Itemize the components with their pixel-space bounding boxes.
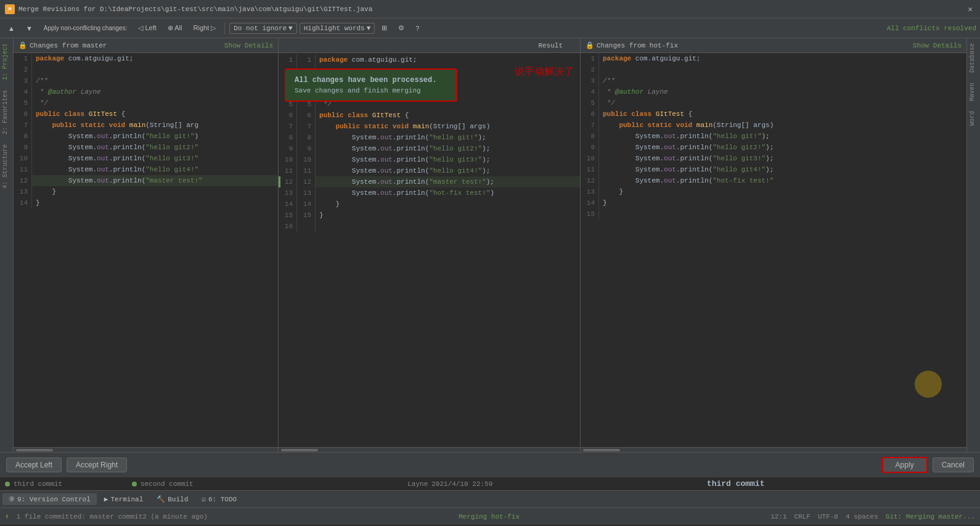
left-button[interactable]: ◁ Left <box>134 22 160 34</box>
commit-author-1: Layne <box>407 480 428 488</box>
right-line-15: 15 <box>581 208 966 220</box>
accept-left-button[interactable]: Accept Left <box>6 458 62 472</box>
title-text: Merge Revisions for D:\IdeaProjects\git-… <box>18 6 965 13</box>
right-panel-header: 🔒 Changes from hot-fix Show Details <box>581 38 966 53</box>
panels-wrapper: 🔒 Changes from master Show Details 1pack… <box>14 38 966 452</box>
center-line-13: 1313 System.out.println("hot-fix test!") <box>279 187 580 199</box>
ignore-dropdown[interactable]: Do not ignore ▼ <box>229 23 296 34</box>
bottom-bar: Accept Left Accept Right Apply Cancel <box>0 452 980 477</box>
version-control-tab[interactable]: ⑨ 9: Version Control <box>2 493 97 505</box>
right-button[interactable]: Right ▷ <box>189 22 221 34</box>
right-line-8: 8 System.out.println("hello git!"); <box>581 131 966 142</box>
word-tab[interactable]: Word <box>967 106 980 131</box>
commit-date-1: 2021/4/10 22:59 <box>431 480 492 488</box>
git-icon: ⬆ <box>5 512 9 520</box>
left-line-12: 12 System.out.println("master test!" <box>14 175 278 186</box>
center-scrollbar[interactable] <box>279 447 580 452</box>
structure-tab[interactable]: 4: Structure <box>0 139 13 194</box>
lock-icon-left: 🔒 <box>18 41 27 49</box>
right-line-2: 2 <box>581 64 966 75</box>
third-commit-label: third commit <box>14 480 62 488</box>
center-panel-content[interactable]: All changes have been processed. Save ch… <box>279 53 580 447</box>
project-tab[interactable]: 1: Project <box>0 38 13 85</box>
line-ending: CRLF <box>794 513 811 520</box>
commit-dot-2 <box>132 482 137 487</box>
center-line-9: 99 System.out.println("hello git2!"); <box>279 143 580 154</box>
close-button[interactable]: ✕ <box>965 4 975 14</box>
commit-dot-1 <box>5 482 10 487</box>
right-panel: 🔒 Changes from hot-fix Show Details 1pac… <box>581 38 966 452</box>
title-icon: M <box>5 4 15 14</box>
left-panel: 🔒 Changes from master Show Details 1pack… <box>14 38 279 452</box>
right-line-11: 11 System.out.println("hello git4!"); <box>581 164 966 175</box>
left-line-14: 14} <box>14 197 278 208</box>
nav-next-button[interactable]: ▼ <box>22 23 37 34</box>
left-line-5: 5 */ <box>14 97 278 109</box>
right-line-5: 5 */ <box>581 97 966 109</box>
terminal-tab[interactable]: ▶ Terminal <box>98 493 149 505</box>
cursor-highlight <box>915 371 942 398</box>
right-line-9: 9 System.out.println("hello git2!"); <box>581 142 966 153</box>
todo-tab[interactable]: ☑ 6: TODO <box>195 493 243 505</box>
left-line-2: 2 <box>14 64 278 75</box>
lock-icon-right: 🔒 <box>586 41 594 49</box>
indent-label: 4 spaces <box>846 513 878 520</box>
cancel-button[interactable]: Cancel <box>933 458 974 472</box>
left-side-tabs: 1: Project 2: Favorites 4: Structure <box>0 38 14 452</box>
chinese-annotation: 说手动解决了 <box>515 65 574 78</box>
apply-non-conflicting-button[interactable]: Apply non-conflicting changes: <box>39 23 132 33</box>
third-commit-main: third commit <box>707 479 765 488</box>
right-line-13: 13 } <box>581 186 966 197</box>
center-panel: Result All changes have been processed. … <box>279 38 581 452</box>
git-branch-status: Git: Merging master... <box>886 513 975 520</box>
nav-prev-button[interactable]: ▲ <box>4 23 19 34</box>
center-line-7: 77 public static void main(String[] args… <box>279 121 580 132</box>
center-line-6: 66public class GItTest { <box>279 110 580 121</box>
apply-button[interactable]: Apply <box>882 457 928 473</box>
build-icon: 🔨 <box>157 495 165 503</box>
left-line-13: 13 } <box>14 186 278 197</box>
accept-right-button[interactable]: Accept Right <box>67 458 127 472</box>
title-bar: M Merge Revisions for D:\IdeaProjects\gi… <box>0 0 980 18</box>
left-panel-header: 🔒 Changes from master Show Details <box>14 38 278 53</box>
merging-status: Merging hot-fix <box>459 513 520 520</box>
left-panel-content: 1package com.atguigu.git; 2 3/** 4 * @au… <box>14 53 278 447</box>
center-panel-header: Result <box>279 38 580 53</box>
all-button[interactable]: ⊕ All <box>163 22 187 34</box>
right-line-3: 3/** <box>581 75 966 86</box>
left-line-9: 9 System.out.println("hello git2!" <box>14 142 278 153</box>
vc-icon: ⑨ <box>9 495 15 503</box>
maven-tab[interactable]: Maven <box>967 78 980 106</box>
bottom-tabs: ⑨ 9: Version Control ▶ Terminal 🔨 Build … <box>0 490 980 508</box>
build-tab[interactable]: 🔨 Build <box>150 493 194 505</box>
left-line-11: 11 System.out.println("hello git4!" <box>14 164 278 175</box>
right-line-14: 14} <box>581 197 966 208</box>
favorites-tab[interactable]: 2: Favorites <box>0 85 13 139</box>
settings-button[interactable]: ⚙ <box>394 22 409 34</box>
left-line-8: 8 System.out.println("hello git!") <box>14 131 278 142</box>
show-details-left[interactable]: Show Details <box>224 42 273 49</box>
help-button[interactable]: ? <box>411 23 423 34</box>
left-line-10: 10 System.out.println("hello git3!" <box>14 153 278 164</box>
highlight-dropdown[interactable]: Highlight words ▼ <box>300 23 375 34</box>
left-line-1: 1package com.atguigu.git; <box>14 53 278 64</box>
center-line-12: 1212 System.out.println("master test!"); <box>279 176 580 187</box>
notification-title: All changes have been processed. <box>295 76 447 84</box>
right-scrollbar[interactable] <box>581 447 966 452</box>
right-line-1: 1package com.atguigu.git; <box>581 53 966 64</box>
right-line-7: 7 public static void main(String[] args) <box>581 120 966 131</box>
encoding-label: UTF-8 <box>818 513 838 520</box>
status-bar: ⬆ 1 file committed: master commit2 (a mi… <box>0 508 980 525</box>
right-line-12: 12 System.out.println("hot-fix test!" <box>581 175 966 186</box>
left-line-7: 7 public static void main(String[] arg <box>14 120 278 131</box>
committed-status: 1 file committed: master commit2 (a minu… <box>17 513 208 520</box>
left-scrollbar[interactable] <box>14 447 278 452</box>
left-line-6: 6public class GItTest { <box>14 109 278 120</box>
second-commit-label: second commit <box>141 480 194 488</box>
commit-bar: third commit second commit Layne 2021/4/… <box>0 477 980 490</box>
center-line-11: 1111 System.out.println("hello git4!"); <box>279 165 580 176</box>
columns-button[interactable]: ⊞ <box>377 22 391 34</box>
left-line-4: 4 * @author Layne <box>14 86 278 97</box>
show-details-right[interactable]: Show Details <box>913 42 962 49</box>
database-tab[interactable]: Database <box>967 38 980 78</box>
